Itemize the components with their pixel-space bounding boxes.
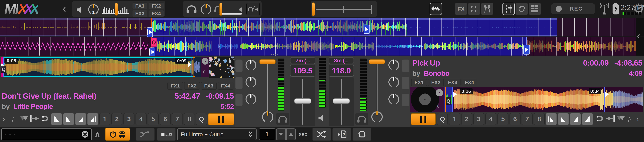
deck1-beatgrid-adjust-icon[interactable]: [30, 115, 39, 122]
deck2-eq-mid-knob[interactable]: [388, 76, 400, 88]
deck2-vinyl-spinny[interactable]: [411, 87, 439, 112]
deck1-mid-kill[interactable]: [236, 76, 242, 89]
sampler-toggle-button[interactable]: [468, 3, 480, 15]
deck1-fx1-button[interactable]: FX1: [167, 82, 183, 90]
deck2-beatgrid-note-icon[interactable]: ♪: [627, 113, 632, 124]
deck1-sync-triangles-icon[interactable]: [20, 115, 28, 122]
record-button[interactable]: REC: [551, 3, 595, 14]
deck2-hotcue-4[interactable]: 4: [485, 113, 496, 125]
deck1-fx3-button[interactable]: FX3: [201, 82, 217, 90]
deck2-eq-low-knob[interactable]: [388, 93, 400, 105]
deck1-play-pause-button[interactable]: [208, 113, 234, 125]
deck1-pfl-button[interactable]: [276, 113, 289, 125]
deck1-gain-knob[interactable]: [261, 110, 274, 123]
deck2-volume-fader-handle[interactable]: [368, 59, 385, 64]
microphone-toggle-button[interactable]: [481, 3, 494, 15]
deck1-pitch-fader-handle[interactable]: [294, 98, 311, 104]
deck2-spinny-collapse-chevron[interactable]: ‹: [437, 101, 439, 110]
spin-up-button[interactable]: [286, 129, 296, 140]
deck2-pitch-fader-handle[interactable]: [333, 98, 350, 104]
deck1-hotcue-6[interactable]: 6: [160, 113, 171, 125]
deck2-hotcue-6[interactable]: 6: [510, 113, 520, 125]
deck2-play-pause-button[interactable]: [411, 113, 436, 125]
deck1-hotcue-7[interactable]: 7: [172, 113, 183, 125]
effects-toggle-button[interactable]: FX: [455, 3, 467, 15]
deck2-fx1-button[interactable]: FX1: [411, 79, 427, 86]
broadcast-antenna-icon[interactable]: [600, 3, 609, 15]
deck2-hotcue-2[interactable]: 2: [461, 113, 472, 125]
deck1-quantize-button[interactable]: Q: [196, 113, 207, 125]
deck1-volume-fader-handle[interactable]: [259, 59, 276, 64]
deck2-cue-marker[interactable]: Q: [150, 38, 157, 47]
headphone-gain-knob[interactable]: [200, 3, 212, 15]
loop-panel-button[interactable]: [516, 3, 528, 15]
deck2-bpm-display[interactable]: 118.0: [329, 65, 354, 76]
deck2-fx2-button[interactable]: FX2: [428, 79, 444, 86]
deck2-mini-spinny[interactable]: [436, 89, 443, 96]
deck2-outro-start-button[interactable]: [570, 113, 581, 125]
deck1-outro-marker[interactable]: [364, 25, 370, 34]
deck1-eq-high-knob[interactable]: [245, 59, 257, 71]
autodj-enable-button[interactable]: [105, 128, 130, 141]
settings-gear-icon[interactable]: ⚙: [632, 0, 644, 17]
deck1-intro-marker[interactable]: [146, 27, 153, 37]
deck1-low-kill[interactable]: [236, 94, 242, 106]
toolbar-collapse-chevron[interactable]: ‹: [62, 2, 66, 15]
deck2-intro-start-marker[interactable]: [149, 48, 155, 57]
deck1-mini-spinny[interactable]: [202, 58, 208, 65]
deck1-hotcue-3[interactable]: 3: [124, 113, 134, 125]
waveforms-toggle-button[interactable]: [430, 3, 442, 15]
deck2-quantize-button[interactable]: Q: [437, 113, 448, 125]
deck2-intro-end-button[interactable]: [558, 113, 569, 125]
deck2-pfl-button[interactable]: [355, 113, 368, 125]
deck1-hotcue-4[interactable]: 4: [136, 113, 146, 125]
mixer-toggle-button[interactable]: [502, 3, 515, 15]
deck2-intro-start-button[interactable]: [546, 113, 557, 125]
deck2-hotcue-1[interactable]: 1: [449, 113, 460, 125]
autodj-fade-now-button[interactable]: [157, 128, 176, 141]
deck2-intro-end-marker[interactable]: [523, 45, 530, 55]
repeat-playlist-button[interactable]: [352, 128, 371, 141]
deck1-fx4-button[interactable]: FX4: [218, 82, 234, 90]
deck1-beatgrid-note-icon[interactable]: ♪: [11, 113, 15, 124]
deck1-hotcue-8[interactable]: 8: [184, 113, 195, 125]
search-clear-icon[interactable]: [81, 131, 89, 138]
deck1-intro-end-button[interactable]: [63, 113, 74, 125]
deck2-gain-knob[interactable]: [371, 110, 384, 123]
deck1-album-art[interactable]: [209, 57, 234, 78]
deck2-fx3-button[interactable]: FX3: [445, 79, 460, 86]
deck1-hotcue-2[interactable]: 2: [111, 113, 122, 125]
spin-down-button[interactable]: [276, 129, 286, 140]
deck2-outro-end-button[interactable]: [582, 113, 593, 125]
autodj-skip-button[interactable]: [136, 128, 155, 141]
deck2-sync-triangles-icon[interactable]: [616, 115, 625, 122]
library-toggle-button[interactable]: [528, 3, 541, 15]
deck1-intro-start-button[interactable]: [51, 113, 62, 125]
deck1-scrolling-waveform[interactable]: [0, 18, 644, 36]
deck2-hotcue-8[interactable]: 8: [534, 113, 545, 125]
battery-icon[interactable]: [612, 2, 619, 15]
deck1-hotcue-1[interactable]: 1: [99, 113, 110, 125]
deck2-hotcue-7[interactable]: 7: [522, 113, 533, 125]
headmix-slider-handle[interactable]: [219, 3, 222, 16]
deck1-outro-start-button[interactable]: [75, 113, 86, 125]
deck2-slip-icon[interactable]: [596, 115, 604, 122]
deck2-high-kill[interactable]: [402, 60, 409, 72]
deck1-eq-mid-knob[interactable]: [245, 76, 257, 88]
deck2-beatgrid-adjust-icon[interactable]: [606, 115, 615, 122]
headsplit-button[interactable]: [246, 3, 260, 15]
transition-mode-dropdown[interactable]: Full Intro + Outro: [177, 129, 256, 140]
deck2-hotcue-3[interactable]: 3: [473, 113, 484, 125]
deck1-fx2-button[interactable]: FX2: [184, 82, 200, 90]
fx-unit4-toggle[interactable]: FX4: [148, 10, 164, 17]
crossfader-handle[interactable]: [312, 2, 315, 16]
deck2-scrolling-waveform[interactable]: [0, 37, 644, 56]
transition-seconds-box[interactable]: 1: [259, 129, 276, 140]
deck1-slip-icon[interactable]: [41, 115, 49, 122]
deck1-expand-chevron[interactable]: ›: [2, 114, 5, 123]
deck1-high-kill[interactable]: [236, 60, 242, 72]
deck1-key-display[interactable]: 7m (...: [290, 57, 315, 64]
fx-unit3-toggle[interactable]: FX3: [132, 10, 148, 17]
deck2-expand-chevron[interactable]: ‹: [636, 114, 639, 123]
add-random-track-button[interactable]: ?: [332, 128, 351, 141]
